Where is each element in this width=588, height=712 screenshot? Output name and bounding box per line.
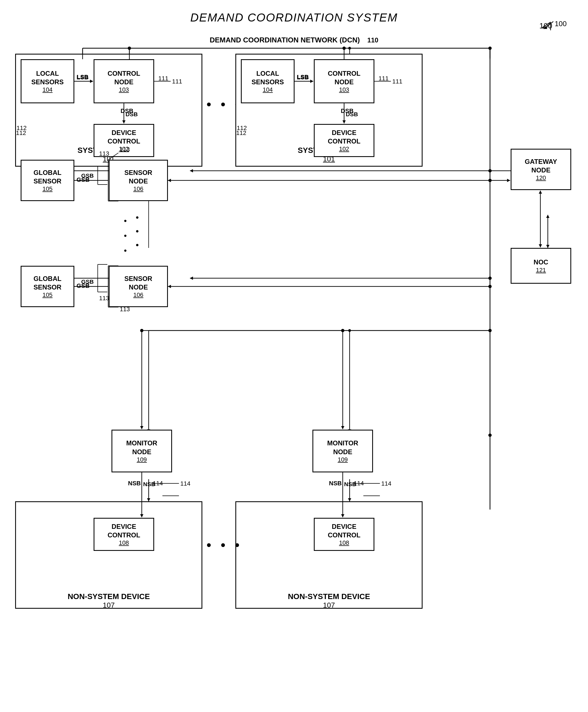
- svg-point-9: [488, 433, 492, 437]
- non-system-device-2-label: NON-SYSTEM DEVICE 107: [235, 592, 423, 610]
- svg-point-66: [128, 46, 131, 50]
- svg-point-113: [140, 329, 143, 332]
- svg-point-111: [488, 329, 492, 332]
- svg-marker-109: [539, 190, 542, 194]
- ref-111-1: 111: [158, 75, 168, 82]
- device-control-4-box: DEVICECONTROL 108: [314, 518, 374, 551]
- svg-point-29: [489, 169, 491, 172]
- svg-text:•: •: [136, 240, 139, 250]
- svg-point-6: [488, 46, 492, 50]
- svg-point-92: [488, 285, 492, 288]
- ref-113-2: 113: [99, 295, 109, 302]
- dcn-label: DEMAND COORDINATION NETWORK (DCN) 110: [210, 36, 379, 44]
- svg-marker-91: [168, 285, 171, 288]
- svg-point-89: [488, 179, 492, 182]
- device-control-2-box: DEVICECONTROL 102: [314, 124, 374, 157]
- ref-114-1: 114: [153, 480, 163, 487]
- svg-point-112: [341, 329, 344, 332]
- svg-marker-45: [546, 245, 549, 248]
- svg-text:•: •: [136, 212, 139, 222]
- svg-marker-108: [539, 244, 542, 247]
- lsb-label-2: LSB: [297, 74, 309, 81]
- dsb-label-1: DSB: [121, 107, 133, 115]
- svg-text:114: 114: [381, 480, 392, 487]
- gsb-label-1: GSB: [77, 176, 90, 183]
- non-system-device-1-label: NON-SYSTEM DEVICE 107: [15, 592, 202, 610]
- svg-marker-106: [507, 179, 510, 182]
- global-sensor-2-box: GLOBALSENSOR 105: [21, 266, 74, 307]
- svg-point-68: [342, 46, 346, 50]
- svg-text:100: 100: [555, 20, 567, 28]
- ref-112-1: 112: [16, 129, 26, 137]
- dsb-label-2: DSB: [341, 107, 354, 115]
- non-system-devices-dots: • • •: [207, 537, 242, 553]
- svg-marker-56: [147, 498, 150, 501]
- lsb-label-1: LSB: [77, 74, 89, 81]
- page-title: DEMAND COORDINATION SYSTEM: [190, 11, 398, 24]
- svg-marker-28: [190, 169, 193, 172]
- monitor-node-1-box: MONITORNODE 109: [111, 430, 172, 472]
- control-node-2-box: CONTROLNODE 103: [314, 59, 374, 103]
- ref-114-2: 114: [354, 480, 364, 487]
- svg-point-7: [488, 169, 492, 172]
- gateway-node-box: GATEWAYNODE 120: [511, 149, 571, 190]
- svg-marker-117: [341, 426, 344, 429]
- device-control-3-box: DEVICECONTROL 108: [93, 518, 154, 551]
- svg-point-50: [489, 329, 491, 332]
- svg-point-53: [348, 329, 351, 332]
- nsb-label-1: NSB: [128, 480, 141, 487]
- sensor-nodes-dots: • • •: [124, 213, 127, 258]
- svg-text:•: •: [136, 226, 139, 236]
- nsb-label-2: NSB: [329, 480, 342, 487]
- local-sensors-1-box: LOCALSENSORS 104: [21, 59, 74, 103]
- diagram-container: DEMAND COORDINATION SYSTEM 100: [0, 0, 588, 712]
- svg-point-24: [348, 47, 351, 49]
- svg-point-8: [488, 277, 492, 280]
- svg-point-32: [489, 277, 491, 280]
- global-sensor-1-box: GLOBALSENSOR 105: [21, 160, 74, 201]
- svg-marker-46: [546, 215, 549, 218]
- local-sensors-2-box: LOCALSENSORS 104: [241, 59, 295, 103]
- ref-113-1: 113: [99, 150, 109, 157]
- ref-100: 100: [539, 21, 552, 30]
- noc-box: NOC 121: [511, 248, 571, 284]
- svg-marker-31: [190, 277, 193, 280]
- monitor-node-2-box: MONITORNODE 109: [312, 430, 373, 472]
- gsb-label-2: GSB: [77, 282, 90, 289]
- svg-marker-88: [168, 179, 171, 182]
- sensor-node-2-box: SENSORNODE 106: [109, 266, 168, 307]
- control-node-1-box: CONTROLNODE 103: [93, 59, 154, 103]
- ref-112-2: 112: [236, 129, 246, 137]
- svg-point-17: [128, 47, 131, 49]
- svg-marker-58: [348, 498, 351, 501]
- sensor-node-1-box: SENSORNODE 106: [109, 160, 168, 201]
- svg-marker-115: [140, 426, 143, 429]
- svg-text:114: 114: [180, 480, 190, 487]
- ref-111-2: 111: [379, 75, 389, 82]
